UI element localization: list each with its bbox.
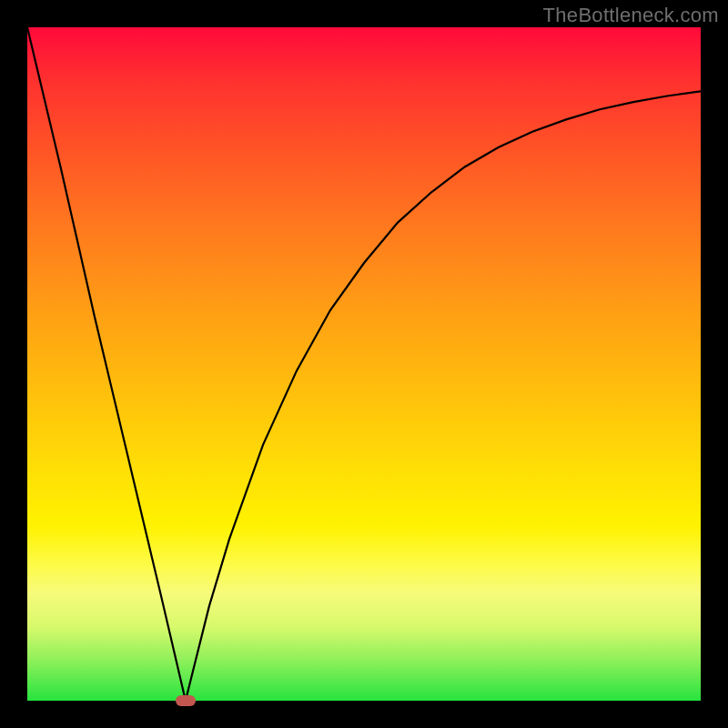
watermark-text: TheBottleneck.com bbox=[543, 4, 719, 27]
plot-gradient-background bbox=[27, 27, 701, 701]
minimum-marker bbox=[176, 695, 196, 706]
curve-path bbox=[27, 27, 701, 701]
chart-frame: TheBottleneck.com bbox=[0, 0, 728, 728]
bottleneck-curve bbox=[27, 27, 701, 701]
